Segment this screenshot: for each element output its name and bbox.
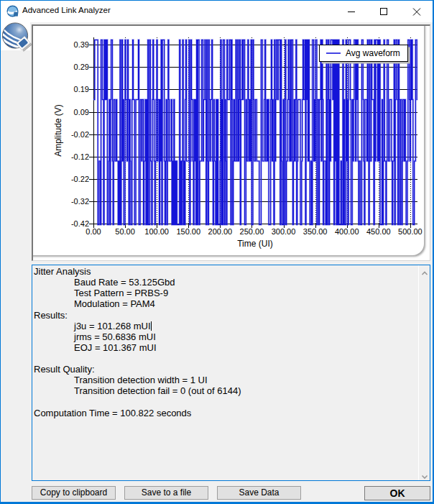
- svg-text:350.00: 350.00: [303, 227, 328, 236]
- svg-text:-0.22: -0.22: [71, 175, 89, 183]
- svg-text:450.00: 450.00: [366, 227, 391, 236]
- svg-text:100.00: 100.00: [144, 227, 169, 236]
- svg-text:150.00: 150.00: [176, 227, 200, 236]
- svg-text:400.00: 400.00: [335, 227, 359, 236]
- svg-text:-0.12: -0.12: [71, 152, 89, 161]
- svg-text:-0.02: -0.02: [71, 130, 89, 139]
- svg-text:0.29: 0.29: [74, 63, 89, 71]
- svg-text:250.00: 250.00: [240, 227, 264, 236]
- svg-text:0.00: 0.00: [86, 227, 101, 236]
- svg-text:Time (UI): Time (UI): [237, 239, 273, 249]
- svg-text:0.39: 0.39: [74, 40, 89, 49]
- svg-text:Avg waveform: Avg waveform: [346, 48, 400, 58]
- svg-text:-0.42: -0.42: [71, 219, 89, 228]
- svg-text:0.19: 0.19: [74, 85, 89, 93]
- svg-text:200.00: 200.00: [208, 227, 233, 236]
- svg-text:Amplitude (V): Amplitude (V): [53, 104, 63, 157]
- svg-text:50.00: 50.00: [115, 227, 135, 236]
- svg-text:0.09: 0.09: [74, 108, 89, 116]
- svg-text:-0.32: -0.32: [71, 197, 89, 206]
- svg-text:500.00: 500.00: [398, 227, 423, 236]
- svg-text:300.00: 300.00: [272, 227, 296, 236]
